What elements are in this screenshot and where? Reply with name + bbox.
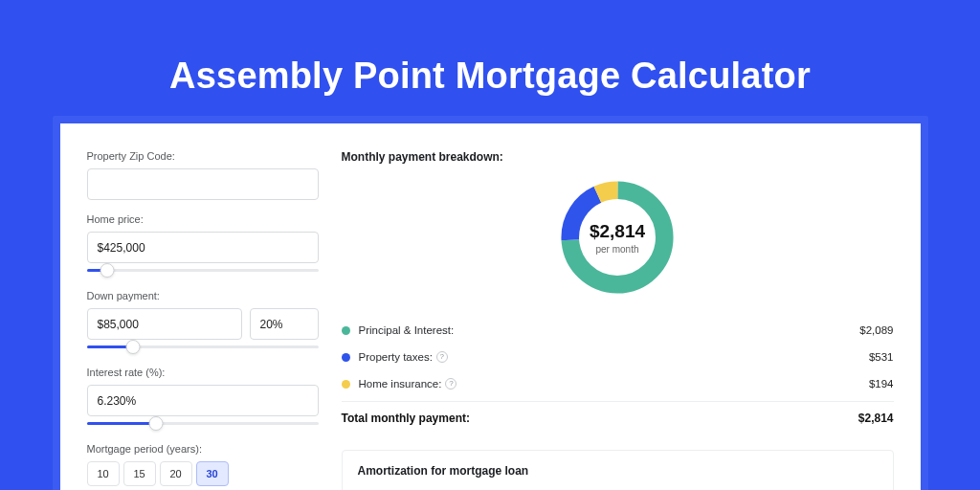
period-label: Mortgage period (years): bbox=[87, 443, 319, 455]
rate-label: Interest rate (%): bbox=[87, 367, 319, 378]
legend-value-taxes: $531 bbox=[869, 351, 894, 363]
down-label: Down payment: bbox=[87, 290, 319, 301]
dot-icon bbox=[342, 353, 350, 362]
legend-label-principal: Principal & Interest: bbox=[359, 324, 455, 336]
amortization-box: Amortization for mortgage loan Amortizat… bbox=[342, 450, 894, 490]
breakdown-title: Monthly payment breakdown: bbox=[342, 150, 894, 164]
total-value: $2,814 bbox=[858, 412, 894, 425]
info-icon[interactable]: ? bbox=[436, 351, 448, 363]
donut-chart: $2,814 per month bbox=[555, 175, 679, 300]
period-option-20[interactable]: 20 bbox=[160, 461, 192, 486]
breakdown-panel: Monthly payment breakdown: $2,814 per mo… bbox=[342, 150, 894, 490]
period-options: 10 15 20 30 bbox=[87, 461, 319, 486]
legend-row-principal: Principal & Interest: $2,089 bbox=[342, 317, 894, 344]
donut-amount: $2,814 bbox=[590, 221, 645, 242]
zip-input[interactable] bbox=[87, 168, 319, 200]
calculator-card: Property Zip Code: Home price: Down paym… bbox=[60, 123, 921, 490]
donut-sub: per month bbox=[595, 244, 638, 255]
form-panel: Property Zip Code: Home price: Down paym… bbox=[87, 150, 319, 490]
calculator-frame: Property Zip Code: Home price: Down paym… bbox=[53, 116, 928, 490]
legend-value-insurance: $194 bbox=[869, 378, 894, 390]
price-slider[interactable] bbox=[87, 265, 319, 277]
rate-input[interactable] bbox=[87, 385, 319, 416]
page-title: Assembly Point Mortgage Calculator bbox=[0, 56, 980, 97]
price-slider-thumb[interactable] bbox=[100, 263, 115, 278]
down-pct-input[interactable] bbox=[250, 308, 319, 340]
amortization-title: Amortization for mortgage loan bbox=[358, 464, 878, 478]
legend-label-taxes: Property taxes: bbox=[359, 351, 433, 363]
zip-label: Property Zip Code: bbox=[87, 150, 319, 162]
price-label: Home price: bbox=[87, 213, 319, 225]
period-option-10[interactable]: 10 bbox=[87, 461, 120, 486]
rate-slider[interactable] bbox=[87, 418, 319, 430]
legend-value-principal: $2,089 bbox=[859, 324, 893, 336]
total-row: Total monthly payment: $2,814 bbox=[342, 401, 894, 433]
period-option-30[interactable]: 30 bbox=[196, 461, 229, 486]
down-slider-thumb[interactable] bbox=[125, 340, 140, 354]
info-icon[interactable]: ? bbox=[445, 378, 457, 390]
period-option-15[interactable]: 15 bbox=[123, 461, 156, 486]
down-slider[interactable] bbox=[87, 342, 319, 353]
legend-label-insurance: Home insurance: bbox=[359, 378, 442, 390]
legend-row-insurance: Home insurance: ? $194 bbox=[342, 370, 894, 397]
rate-slider-thumb[interactable] bbox=[149, 416, 164, 431]
down-amount-input[interactable] bbox=[87, 308, 242, 340]
price-input[interactable] bbox=[87, 232, 319, 263]
dot-icon bbox=[342, 326, 350, 335]
total-label: Total monthly payment: bbox=[342, 412, 858, 425]
legend-row-taxes: Property taxes: ? $531 bbox=[342, 344, 894, 370]
dot-icon bbox=[342, 380, 350, 389]
